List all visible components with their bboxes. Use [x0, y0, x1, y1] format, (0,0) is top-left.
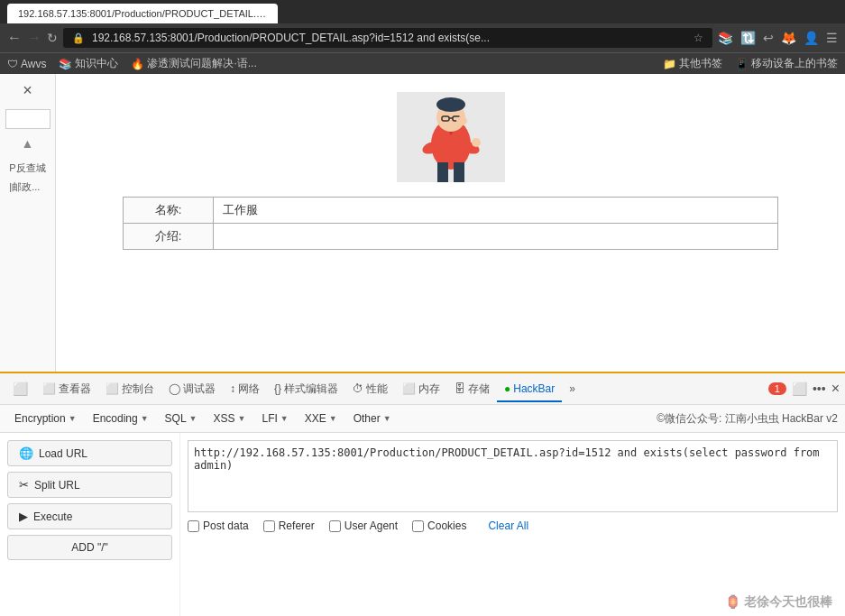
- profile-icon[interactable]: 👤: [804, 31, 819, 45]
- load-url-button[interactable]: 🌐 Load URL: [7, 440, 172, 466]
- execute-button[interactable]: ▶ Execute: [7, 503, 172, 529]
- lfi-arrow: ▼: [280, 414, 289, 423]
- tab-more[interactable]: »: [562, 377, 583, 400]
- tab-memory[interactable]: ⬜ 内存: [395, 376, 447, 402]
- bookmark-awvs[interactable]: 🛡 Awvs: [7, 58, 46, 70]
- devtools-new-window[interactable]: ⬜: [792, 382, 807, 396]
- sidebar-nav-item-1[interactable]: P反查城: [9, 161, 45, 175]
- tab-performance[interactable]: ⏱ 性能: [345, 376, 395, 402]
- tab-network[interactable]: ↕ 网络: [223, 376, 267, 402]
- cookies-checkbox[interactable]: [412, 520, 424, 532]
- tab-viewer[interactable]: ⬜ 查看器: [35, 376, 98, 402]
- viewer-icon: ⬜: [42, 382, 56, 395]
- hackbar-main: 🌐 Load URL ✂ Split URL ▶ Execute ADD "/"…: [0, 433, 845, 616]
- menu-icon[interactable]: ☰: [826, 31, 838, 45]
- load-url-icon: 🌐: [19, 446, 33, 460]
- menu-xxe[interactable]: XXE ▼: [298, 409, 344, 428]
- svg-point-9: [436, 97, 465, 112]
- menu-xss[interactable]: XSS ▼: [207, 409, 253, 428]
- menu-lfi[interactable]: LFI ▼: [254, 409, 295, 428]
- perf-icon: ⏱: [353, 382, 363, 395]
- firefox-icon[interactable]: 🦊: [781, 31, 796, 45]
- hackbar-tab-icon: ●: [504, 382, 510, 395]
- encoding-arrow: ▼: [141, 414, 149, 423]
- clear-all-button[interactable]: Clear All: [488, 519, 528, 532]
- table-row-name: 名称: 工作服: [124, 198, 778, 224]
- useragent-checkbox-label[interactable]: User Agent: [329, 519, 398, 532]
- hackbar-panel: Encryption ▼ Encoding ▼ SQL ▼ XSS ▼ LFI …: [0, 404, 845, 616]
- folder-icon: 📁: [663, 58, 676, 70]
- network-icon: ↕: [230, 382, 235, 395]
- library-icon[interactable]: 📚: [718, 31, 733, 45]
- memory-icon: ⬜: [402, 382, 416, 395]
- referer-checkbox-label[interactable]: Referer: [263, 519, 315, 532]
- active-tab[interactable]: 192.168.57.135:8001/Production/PRODUCT_D…: [7, 4, 278, 23]
- devtools-close[interactable]: ×: [831, 381, 840, 397]
- name-value-cell: 工作服: [214, 198, 778, 224]
- browser-chrome: 192.168.57.135:8001/Production/PRODUCT_D…: [0, 0, 845, 74]
- tab-bar: 192.168.57.135:8001/Production/PRODUCT_D…: [0, 0, 845, 23]
- bookmark-icon[interactable]: ☆: [693, 32, 703, 44]
- devtools-inspect-icon[interactable]: ⬜: [5, 376, 35, 401]
- tab-storage[interactable]: 🗄 存储: [447, 376, 497, 402]
- menu-encryption[interactable]: Encryption ▼: [7, 409, 84, 428]
- bookmark-knowledge[interactable]: 📚 知识中心: [59, 56, 118, 71]
- style-icon: {}: [274, 382, 281, 395]
- bookmark-pentest[interactable]: 🔥 渗透测试问题解决·语...: [131, 56, 256, 71]
- tab-style-editor[interactable]: {} 样式编辑器: [267, 376, 345, 402]
- menu-other[interactable]: Other ▼: [346, 409, 399, 428]
- pentest-icon: 🔥: [131, 58, 144, 70]
- knowledge-icon: 📚: [59, 58, 72, 70]
- product-table: 名称: 工作服 介绍:: [123, 197, 778, 250]
- product-image-svg: [397, 92, 505, 182]
- postdata-checkbox-label[interactable]: Post data: [188, 519, 249, 532]
- execute-icon: ▶: [19, 510, 28, 523]
- table-row-intro: 介绍:: [124, 224, 778, 250]
- awvs-icon: 🛡: [7, 58, 18, 70]
- main-page: 名称: 工作服 介绍:: [56, 74, 845, 372]
- watermark: 🏮 老徐今天也很棒: [725, 594, 832, 611]
- sidebar-nav-item-2[interactable]: |邮政...: [9, 180, 45, 194]
- postdata-checkbox[interactable]: [188, 520, 199, 532]
- address-bar: ← → ↻ 🔒 192.168.57.135:8001/Production/P…: [0, 23, 845, 52]
- svg-point-5: [472, 138, 481, 147]
- menu-encoding[interactable]: Encoding ▼: [86, 409, 156, 428]
- nav-forward[interactable]: →: [27, 30, 41, 46]
- name-label-cell: 名称:: [124, 198, 214, 224]
- tab-debugger[interactable]: ◯ 调试器: [161, 376, 223, 402]
- split-url-icon: ✂: [19, 478, 29, 492]
- back-icon[interactable]: ↩: [763, 31, 774, 45]
- devtools-options[interactable]: •••: [813, 382, 826, 396]
- nav-refresh[interactable]: ↻: [47, 31, 58, 45]
- nav-back[interactable]: ←: [7, 30, 22, 46]
- svg-point-13: [456, 116, 467, 125]
- referer-checkbox[interactable]: [263, 520, 275, 532]
- xxe-arrow: ▼: [329, 414, 337, 423]
- scroll-up-icon[interactable]: ▲: [22, 136, 34, 151]
- error-badge: 1: [768, 382, 786, 395]
- bookmark-mobile[interactable]: 📱 移动设备上的书签: [735, 56, 838, 71]
- sidebar-input[interactable]: [5, 109, 51, 129]
- address-input[interactable]: 🔒 192.168.57.135:8001/Production/PRODUCT…: [63, 28, 712, 48]
- sidebar-nav: P反查城 |邮政...: [9, 161, 45, 194]
- hackbar-buttons-panel: 🌐 Load URL ✂ Split URL ▶ Execute ADD "/": [0, 433, 180, 616]
- sql-arrow: ▼: [189, 414, 197, 423]
- tab-console[interactable]: ⬜ 控制台: [98, 376, 161, 402]
- hackbar-menu-bar: Encryption ▼ Encoding ▼ SQL ▼ XSS ▼ LFI …: [0, 405, 845, 433]
- close-button[interactable]: ×: [23, 81, 32, 100]
- split-url-button[interactable]: ✂ Split URL: [7, 472, 172, 498]
- menu-sql[interactable]: SQL ▼: [158, 409, 205, 428]
- useragent-checkbox[interactable]: [329, 520, 341, 532]
- hackbar-url-panel: Post data Referer User Agent Cookies Cle…: [180, 433, 845, 616]
- cookies-checkbox-label[interactable]: Cookies: [412, 519, 466, 532]
- hackbar-branding: ©微信公众号: 江南小虫虫 HackBar v2: [657, 411, 838, 427]
- storage-icon: 🗄: [455, 382, 465, 395]
- tab-hackbar[interactable]: ● HackBar: [497, 377, 562, 402]
- bookmark-other[interactable]: 📁 其他书签: [663, 56, 722, 71]
- intro-label-cell: 介绍:: [124, 224, 214, 250]
- encryption-arrow: ▼: [69, 414, 77, 423]
- sidebar: × ▲ P反查城 |邮政...: [0, 74, 56, 372]
- sync-icon[interactable]: 🔃: [740, 31, 756, 45]
- url-textarea[interactable]: [188, 440, 838, 512]
- add-slash-button[interactable]: ADD "/": [7, 535, 172, 560]
